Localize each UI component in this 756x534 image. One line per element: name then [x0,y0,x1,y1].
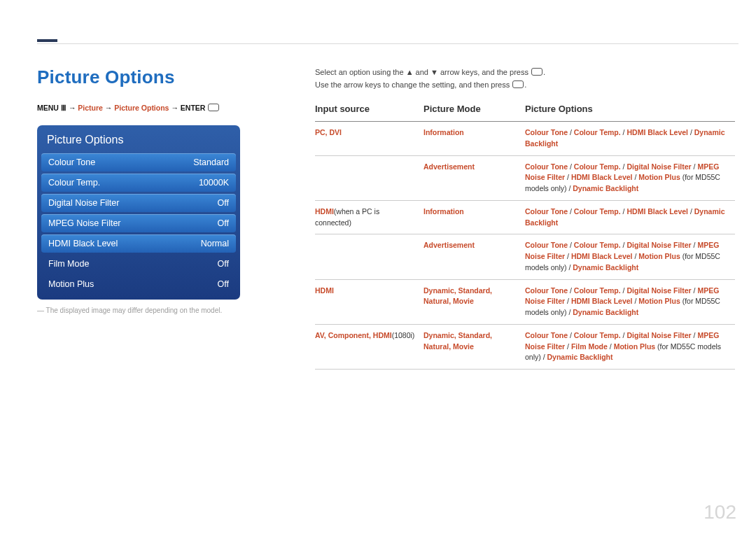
cell-input-source: HDMI(when a PC is connected) [315,200,424,234]
arrow-icon: → [69,104,78,112]
cell-input-source [315,155,424,200]
panel-row-value: 10000K [199,178,229,188]
bc-menu: MENU [37,104,59,112]
panel-row-value: Off [218,279,229,289]
arrow-icon: → [105,104,114,112]
panel-row[interactable]: Digital Noise FilterOff [41,194,236,212]
bc-enter: ENTER [181,104,206,112]
options-panel: Picture Options Colour ToneStandardColou… [37,125,240,300]
page-number: 102 [704,501,736,524]
panel-row-label: HDMI Black Level [48,239,118,248]
table-row: AV, Component, HDMI(1080i)Dynamic, Stand… [315,324,735,369]
panel-row[interactable]: Colour ToneStandard [41,153,236,171]
cell-picture-options: Colour Tone / Colour Temp. / Digital Noi… [525,155,735,200]
panel-row[interactable]: HDMI Black LevelNormal [41,234,236,253]
bc-options: Picture Options [114,104,169,112]
options-table: Input source Picture Mode Picture Option… [315,104,735,370]
cell-picture-options: Colour Tone / Colour Temp. / Digital Noi… [525,234,735,279]
cell-input-source [315,234,424,279]
cell-picture-options: Colour Tone / Colour Temp. / HDMI Black … [525,200,735,234]
bc-picture: Picture [78,104,103,112]
panel-row-label: MPEG Noise Filter [48,218,121,228]
cell-picture-mode: Information [424,200,525,234]
th-picture-mode: Picture Mode [424,104,525,122]
down-arrow-icon: ▼ [430,68,438,76]
panel-row-value: Standard [193,157,229,167]
enter-icon [531,68,542,76]
table-row: HDMI(when a PC is connected)InformationC… [315,200,735,234]
panel-row-label: Film Mode [48,259,89,269]
cell-input-source: PC, DVI [315,122,424,156]
th-picture-options: Picture Options [525,104,735,122]
cell-picture-mode: Information [424,122,525,156]
cell-picture-options: Colour Tone / Colour Temp. / Digital Noi… [525,324,735,369]
panel-row[interactable]: MPEG Noise FilterOff [41,214,236,232]
cell-picture-mode: Advertisement [424,234,525,279]
right-column: Select an option using the ▲ and ▼ arrow… [315,66,735,370]
cell-picture-options: Colour Tone / Colour Temp. / Digital Noi… [525,279,735,324]
header-rule [37,43,738,44]
panel-row[interactable]: Motion PlusOff [41,275,236,293]
menu-breadcrumb: MENU Ⅲ → Picture → Picture Options → ENT… [37,104,240,113]
cell-picture-mode: Advertisement [424,155,525,200]
up-arrow-icon: ▲ [406,68,414,76]
panel-row[interactable]: Colour Temp.10000K [41,174,236,192]
table-row: AdvertisementColour Tone / Colour Temp. … [315,234,735,279]
cell-picture-options: Colour Tone / Colour Temp. / HDMI Black … [525,122,735,156]
cell-input-source: AV, Component, HDMI(1080i) [315,324,424,369]
section-marker [37,39,57,42]
panel-row-value: Off [218,259,229,269]
panel-title: Picture Options [41,131,236,153]
enter-icon [208,104,219,111]
panel-row-label: Digital Noise Filter [48,198,119,208]
panel-row-value: Off [218,218,229,228]
panel-row-label: Motion Plus [48,279,94,289]
enter-icon [512,80,524,88]
arrow-icon: → [171,104,180,112]
table-row: PC, DVIInformationColour Tone / Colour T… [315,122,735,156]
panel-row[interactable]: Film ModeOff [41,255,236,273]
cell-picture-mode: Dynamic, Standard, Natural, Movie [424,324,525,369]
menu-icon: Ⅲ [59,104,66,112]
panel-row-value: Normal [201,239,229,248]
footnote: ― The displayed image may differ dependi… [37,307,240,314]
instructions: Select an option using the ▲ and ▼ arrow… [315,66,735,91]
table-row: AdvertisementColour Tone / Colour Temp. … [315,155,735,200]
cell-picture-mode: Dynamic, Standard, Natural, Movie [424,279,525,324]
page-title: Picture Options [37,66,240,88]
th-input-source: Input source [315,104,424,122]
table-row: HDMIDynamic, Standard, Natural, MovieCol… [315,279,735,324]
panel-row-label: Colour Temp. [48,178,100,188]
panel-row-label: Colour Tone [48,157,95,167]
cell-input-source: HDMI [315,279,424,324]
panel-row-value: Off [218,198,229,208]
left-column: Picture Options MENU Ⅲ → Picture → Pictu… [37,66,240,314]
